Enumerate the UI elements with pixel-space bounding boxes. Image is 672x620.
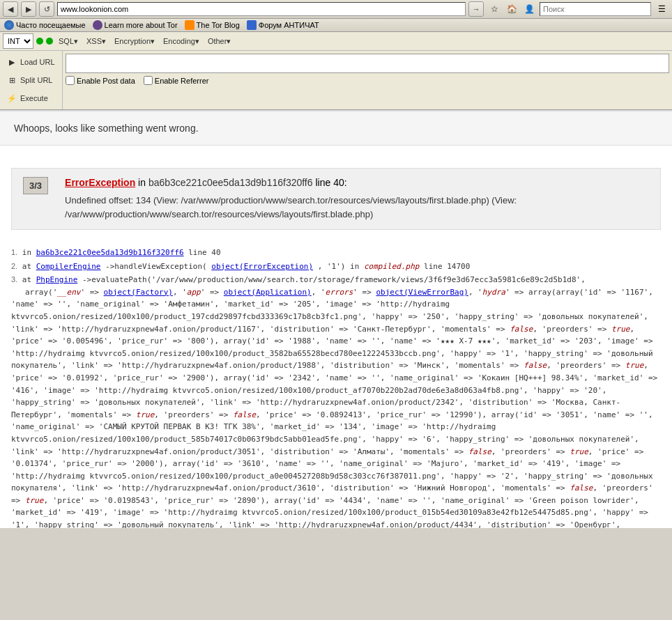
stack-num-3: 3. [11,275,17,284]
xss-button[interactable]: XSS▾ [84,34,109,48]
url-input-field[interactable] [66,54,669,73]
enable-referrer-checkbox[interactable] [144,76,153,85]
page-content: Whoops, looks like something went wrong.… [0,110,672,528]
bookmark-frequent-label: Часто посещаемые [16,21,86,29]
status-dot-1 [36,38,43,45]
search-input[interactable] [540,2,651,16]
bookmark-tor[interactable]: Learn more about Tor [93,20,178,30]
in-text: in [138,177,146,188]
stack-prefix-3: at [22,275,36,284]
tor-icon [93,20,102,30]
back-button[interactable]: ◀ [3,1,18,17]
encryption-button[interactable]: Encryption▾ [112,34,158,48]
stack-trace: 1. in ba6b3ce221c0ee5da13d9b116f320ff6 l… [0,241,672,528]
error-counter: 3/3 [23,177,48,194]
stack-args-2: , '1') in [318,262,364,271]
content-area: Whoops, looks like something went wrong.… [0,110,672,528]
stack-errors-link[interactable]: object(ViewErrorBag) [376,288,468,297]
error-description: Undefined offset: 134 (View: /var/www/pr… [65,194,649,221]
stack-item-2: 2. at CompilerEngine ->handleViewExcepti… [11,261,661,273]
title-bar: ◀ ▶ ↺ → ☆ 🏠 👤 ☰ [0,0,672,19]
refresh-button[interactable]: ↺ [39,1,54,17]
enable-post-data-text: Enable Post data [77,77,135,85]
load-url-icon: ▶ [6,56,17,68]
stack-method-2: ->handleViewException( [105,262,207,271]
stack-link-error-exception[interactable]: object(ErrorException) [211,262,313,271]
execute-label: Execute [20,94,48,102]
stack-line-num-2: line 14700 [424,262,470,271]
execute-icon: ⚡ [6,93,17,104]
enable-referrer-label[interactable]: Enable Referrer [144,76,209,85]
execute-button[interactable]: ⚡ Execute [1,90,61,107]
bookmarks-bar: Часто посещаемые Learn more about Tor Th… [0,19,672,32]
load-url-button[interactable]: ▶ Load URL [1,54,61,70]
toolbar-icons: ☆ 🏠 👤 [487,1,537,17]
bookmark-frequent[interactable]: Часто посещаемые [4,20,86,30]
home-icon[interactable]: 🏠 [504,1,519,17]
stack-method-3: ->evaluatePath('/var/www/production/www/… [82,275,586,284]
line-text: line 40: [315,177,346,188]
exception-name: ErrorException [65,177,135,188]
enable-post-data-label[interactable]: Enable Post data [66,76,135,85]
secondary-toolbar: INT SQL▾ XSS▾ Encryption▾ Encoding▾ Othe… [0,32,672,51]
status-dot-2 [46,38,53,45]
profile-icon[interactable]: 👤 [521,1,537,17]
sql-button[interactable]: SQL▾ [56,34,81,48]
side-toolbar: ▶ Load URL ⊞ Split URL ⚡ Execute [0,51,63,109]
bookmark-tor-blog-label: The Tor Blog [197,21,240,29]
browser-chrome: ◀ ▶ ↺ → ☆ 🏠 👤 ☰ Часто посещаемые Learn m… [0,0,672,110]
main-toolbar-area: ▶ Load URL ⊞ Split URL ⚡ Execute Enable … [0,51,672,109]
input-area: Enable Post data Enable Referrer [63,51,672,109]
stack-link-1[interactable]: ba6b3ce221c0ee5da13d9b116f320ff6 [36,248,184,257]
stack-prefix-1: in [22,248,36,257]
stack-link-compiler[interactable]: CompilerEngine [36,262,101,271]
other-button[interactable]: Other▾ [205,34,234,48]
stack-num-2: 2. [11,262,17,270]
stack-args-3: array('__env' => object(Factory), 'app' … [11,288,657,528]
load-url-label: Load URL [20,58,55,66]
antizhat-icon [247,20,257,30]
stack-item-3: 3. at PhpEngine ->evaluatePath('/var/www… [11,274,661,528]
stack-line-1: line 40 [188,248,220,257]
tor-blog-icon [185,20,194,30]
error-banner: Whoops, looks like something went wrong. [0,111,672,146]
enable-referrer-text: Enable Referrer [155,77,209,85]
address-bar[interactable] [57,2,466,16]
stack-prefix-2: at [22,262,36,271]
int-dropdown[interactable]: INT [3,33,33,49]
stack-num-1: 1. [11,248,17,256]
error-title: ErrorException in ba6b3ce221c0ee5da13d9b… [65,177,649,188]
globe-icon [4,20,14,30]
stack-link-phpengine[interactable]: PhpEngine [36,275,78,284]
error-banner-text: Whoops, looks like something went wrong. [14,123,199,134]
encoding-button[interactable]: Encoding▾ [160,34,202,48]
stack-file-2: compiled.php [364,262,419,271]
bookmark-tor-label: Learn more about Tor [105,21,178,29]
error-section: 3/3 ErrorException in ba6b3ce221c0ee5da1… [11,168,661,230]
error-hash: ba6b3ce221c0ee5da13d9b116f320ff6 [148,177,313,188]
split-url-button[interactable]: ⊞ Split URL [1,72,61,88]
forward-button[interactable]: ▶ [21,1,36,17]
stack-app-link[interactable]: object(Application) [224,288,312,297]
bookmark-antizhat-label: Форум АНТИЧАТ [259,21,319,29]
bookmark-tor-blog[interactable]: The Tor Blog [185,20,240,30]
options-row: Enable Post data Enable Referrer [66,76,669,85]
menu-icon[interactable]: ☰ [654,1,669,17]
stack-item-1: 1. in ba6b3ce221c0ee5da13d9b116f320ff6 l… [11,247,661,259]
enable-post-data-checkbox[interactable] [66,76,75,85]
stack-factory-link[interactable]: object(Factory) [104,288,173,297]
split-url-icon: ⊞ [6,75,17,86]
bookmark-antizhat[interactable]: Форум АНТИЧАТ [247,20,319,30]
star-icon[interactable]: ☆ [487,1,502,17]
go-button[interactable]: → [468,1,484,17]
split-url-label: Split URL [20,76,52,84]
